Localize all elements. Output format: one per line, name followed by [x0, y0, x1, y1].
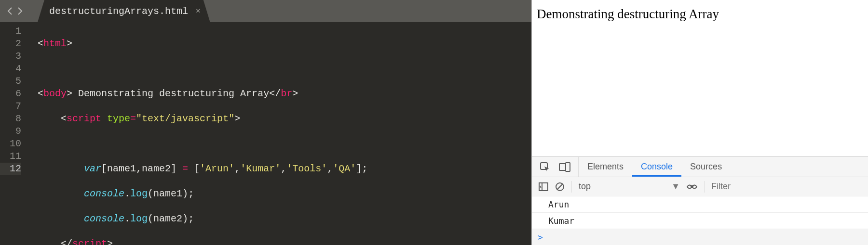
code-token: = — [176, 163, 194, 174]
svg-point-5 — [691, 185, 693, 188]
editor-tab[interactable]: destructuringArrays.html ✕ — [38, 0, 210, 22]
line-number: 9 — [0, 125, 21, 138]
clear-console-icon[interactable] — [555, 182, 565, 192]
console-sidebar-toggle-icon[interactable] — [539, 182, 548, 191]
prompt-caret-icon: > — [538, 232, 543, 242]
code-token: log — [130, 213, 148, 224]
code-token: "text/javascript" — [136, 113, 234, 124]
code-token: ; — [188, 213, 194, 224]
code-token: = — [130, 113, 136, 124]
line-number: 6 — [0, 88, 21, 100]
editor-tab-title: destructuringArrays.html — [49, 6, 188, 17]
code-token: > — [67, 88, 72, 99]
line-number: 11 — [0, 150, 21, 163]
code-token: ( — [148, 188, 153, 199]
tab-label: Console — [641, 162, 673, 172]
code-token: ( — [148, 213, 153, 224]
svg-rect-2 — [566, 163, 570, 171]
tab-console[interactable]: Console — [632, 157, 681, 177]
tab-elements[interactable]: Elements — [579, 157, 632, 177]
code-token: ) — [182, 188, 188, 199]
code-token: [ — [194, 163, 200, 174]
line-number: 4 — [0, 63, 21, 75]
line-number: 3 — [0, 50, 21, 63]
line-number: 10 — [0, 138, 21, 150]
nav-back-icon[interactable] — [7, 7, 14, 15]
console-message: Kumar — [532, 213, 868, 229]
live-expression-icon[interactable] — [687, 183, 697, 191]
console-filter-input[interactable] — [711, 181, 745, 192]
code-token: > — [107, 238, 113, 245]
code-token: body — [43, 88, 67, 99]
code-token: 'Tools' — [286, 163, 327, 174]
code-token: type — [107, 113, 130, 124]
nav-arrows — [0, 0, 30, 22]
code-token: < — [38, 88, 43, 99]
code-token: console — [84, 188, 124, 199]
devtools-tabs: Elements Console Sources — [532, 157, 868, 177]
code-token: console — [84, 213, 124, 224]
code-content[interactable]: <html> <body> Demonstrating destructurin… — [26, 22, 531, 245]
code-editor: destructuringArrays.html ✕ 1 2 3 4 5 6 7… — [0, 0, 531, 245]
line-number: 8 — [0, 113, 21, 125]
chevron-down-icon: ▼ — [671, 181, 680, 192]
code-token: name2 — [153, 213, 182, 224]
console-message: Arun — [532, 196, 868, 213]
devtools-inspect-group — [532, 157, 579, 177]
code-token: , — [234, 163, 240, 174]
code-token: 'Kumar' — [240, 163, 281, 174]
line-number: 7 — [0, 100, 21, 113]
console-toolbar: top ▼ — [532, 177, 868, 196]
code-token: ) — [182, 213, 188, 224]
close-icon[interactable]: ✕ — [196, 7, 201, 15]
inspect-element-icon[interactable] — [540, 162, 550, 172]
code-token: var — [84, 163, 101, 174]
tab-label: Sources — [690, 162, 722, 172]
code-token: </ — [269, 88, 281, 99]
code-token: > — [292, 88, 298, 99]
code-token: ] — [356, 163, 362, 174]
line-number: 1 — [0, 25, 21, 38]
code-token: br — [281, 88, 292, 99]
svg-rect-1 — [559, 164, 566, 170]
execution-context-select[interactable]: top ▼ — [579, 181, 680, 192]
code-token — [101, 113, 107, 124]
line-number: 12 — [0, 163, 21, 175]
code-token: html — [43, 38, 67, 49]
line-number: 2 — [0, 38, 21, 50]
code-token: > — [67, 38, 72, 49]
separator — [571, 181, 572, 193]
code-token: </ — [61, 238, 72, 245]
console-prompt[interactable]: > — [532, 229, 868, 245]
page-body-text: Demonstrating destructuring Array — [537, 7, 719, 21]
code-token: script — [72, 238, 107, 245]
code-token: , — [281, 163, 286, 174]
device-toolbar-icon[interactable] — [559, 162, 570, 172]
browser-pane: Demonstrating destructuring Array Elemen… — [531, 0, 868, 245]
editor-tabbar: destructuringArrays.html ✕ — [0, 0, 531, 22]
code-token: script — [67, 113, 101, 124]
code-token: > — [234, 113, 240, 124]
code-token: < — [38, 38, 43, 49]
code-token: log — [130, 188, 148, 199]
context-label: top — [579, 181, 591, 192]
code-token: , — [327, 163, 333, 174]
code-token: . — [124, 213, 130, 224]
separator — [704, 181, 705, 193]
line-number: 5 — [0, 75, 21, 88]
line-number-gutter: 1 2 3 4 5 6 7 8 9 10 11 12 — [0, 22, 26, 245]
code-token: ; — [362, 163, 367, 174]
tab-label: Elements — [587, 162, 624, 172]
devtools-panel: Elements Console Sources top ▼ — [532, 156, 868, 245]
code-token: name1 — [153, 188, 182, 199]
tab-sources[interactable]: Sources — [681, 157, 731, 177]
code-area: 1 2 3 4 5 6 7 8 9 10 11 12 <html> <body>… — [0, 22, 531, 245]
nav-forward-icon[interactable] — [16, 7, 23, 15]
code-token: Demonstrating destructuring Array — [72, 88, 269, 99]
code-token: < — [61, 113, 67, 124]
rendered-page: Demonstrating destructuring Array — [532, 0, 868, 156]
code-token: ; — [188, 188, 194, 199]
code-token: 'Arun' — [200, 163, 234, 174]
code-token: [name1,name2] — [101, 163, 176, 174]
console-output: Arun Kumar — [532, 196, 868, 229]
